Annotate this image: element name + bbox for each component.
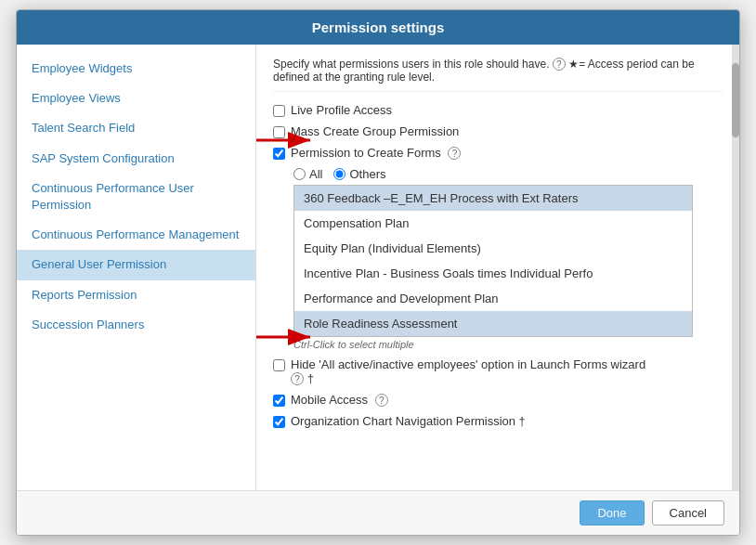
- live-profile-access-checkbox[interactable]: [273, 105, 285, 117]
- sidebar-item-sap-system-configuration[interactable]: SAP System Configuration: [17, 144, 255, 174]
- sidebar-item-succession-planners[interactable]: Succession Planners: [17, 310, 255, 340]
- org-chart-checkbox[interactable]: [273, 416, 285, 428]
- sidebar-item-continuous-performance-user-permission[interactable]: Continuous Performance User Permission: [17, 174, 255, 220]
- hide-employees-label: Hide 'All active/inactive employees' opt…: [291, 357, 645, 385]
- cancel-button[interactable]: Cancel: [652, 500, 724, 526]
- forms-question-icon[interactable]: ?: [448, 147, 461, 160]
- dropdown-item-incentive[interactable]: Incentive Plan - Business Goals times In…: [294, 261, 692, 286]
- arrow-indicator-2: [256, 323, 321, 354]
- hide-question-icon[interactable]: ?: [291, 372, 304, 385]
- dropdown-item-compensation[interactable]: Compensation Plan: [294, 211, 692, 236]
- scrollbar-track: [732, 45, 739, 490]
- mobile-access-row: Mobile Access ?: [273, 393, 723, 407]
- dialog-footer: Done Cancel: [17, 490, 739, 535]
- sidebar-item-general-user-permission[interactable]: General User Permission: [17, 250, 255, 279]
- radio-all[interactable]: [293, 168, 306, 180]
- dialog-body: Employee Widgets Employee Views Talent S…: [17, 45, 739, 490]
- sidebar-item-continuous-performance-management[interactable]: Continuous Performance Management: [17, 220, 255, 250]
- org-chart-label: Organization Chart Navigation Permission…: [291, 414, 525, 428]
- scrollbar-thumb[interactable]: [732, 63, 739, 137]
- dialog-title: Permission settings: [17, 10, 739, 45]
- sidebar-item-reports-permission[interactable]: Reports Permission: [17, 280, 255, 310]
- radio-others[interactable]: [333, 168, 345, 180]
- sidebar-item-employee-widgets[interactable]: Employee Widgets: [17, 54, 255, 84]
- arrow-indicator-1: [256, 126, 321, 157]
- hide-employees-checkbox[interactable]: [273, 359, 285, 371]
- forms-dropdown[interactable]: 360 Feedback –E_EM_EH Process with Ext R…: [293, 185, 693, 337]
- radio-all-label[interactable]: All: [293, 167, 322, 181]
- dropdown-item-performance[interactable]: Performance and Development Plan: [294, 286, 692, 311]
- main-content: Specify what permissions users in this r…: [256, 45, 739, 490]
- mass-create-group-row: Mass Create Group Permission: [273, 124, 723, 138]
- hide-employees-row: Hide 'All active/inactive employees' opt…: [273, 357, 723, 385]
- ctrl-hint: Ctrl-Click to select multiple: [293, 339, 723, 350]
- mobile-access-label: Mobile Access ?: [291, 393, 388, 407]
- live-profile-access-row: Live Profile Access: [273, 103, 723, 117]
- info-question-icon[interactable]: ?: [553, 58, 566, 71]
- info-bar: Specify what permissions users in this r…: [273, 58, 723, 92]
- dropdown-item-equity[interactable]: Equity Plan (Individual Elements): [294, 236, 692, 261]
- done-button[interactable]: Done: [580, 500, 644, 526]
- sidebar-item-employee-views[interactable]: Employee Views: [17, 84, 255, 113]
- sidebar-item-talent-search-field[interactable]: Talent Search Field: [17, 113, 255, 143]
- live-profile-access-label: Live Profile Access: [291, 103, 392, 117]
- permission-to-create-forms-row: Permission to Create Forms ?: [273, 146, 723, 160]
- dropdown-item-role[interactable]: Role Readiness Assessment: [294, 311, 692, 336]
- sidebar: Employee Widgets Employee Views Talent S…: [17, 45, 256, 490]
- mobile-access-checkbox[interactable]: [273, 395, 285, 407]
- radio-others-label[interactable]: Others: [333, 167, 385, 181]
- dropdown-item-360[interactable]: 360 Feedback –E_EM_EH Process with Ext R…: [294, 186, 692, 211]
- radio-group: All Others: [293, 167, 723, 181]
- mobile-question-icon[interactable]: ?: [375, 394, 388, 407]
- org-chart-row: Organization Chart Navigation Permission…: [273, 414, 723, 428]
- permission-settings-dialog: Permission settings Employee Widgets Emp…: [16, 9, 740, 536]
